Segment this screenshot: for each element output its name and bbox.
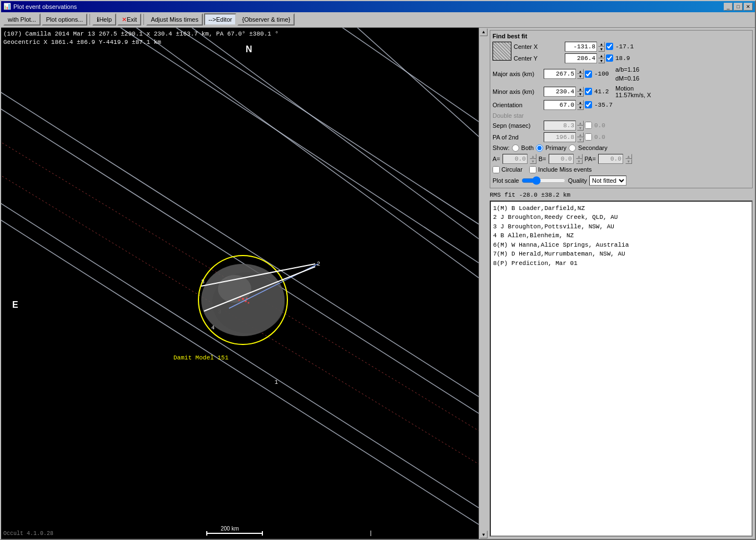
b-input[interactable] [549,154,574,164]
show-secondary-label: Secondary [578,144,608,151]
editor-button[interactable]: -->Editor [204,13,237,26]
center-x-row: Center X ▲ ▼ -17.1 [514,42,750,52]
obs-item-2: 2 J Broughton,Reedy Creek, QLD, AU [493,213,749,222]
svg-point-25 [248,302,250,303]
motion-section: Motion 11.57km/s, X [615,85,651,98]
major-axis-label: Major axis (km) [493,71,543,77]
quality-select[interactable]: Not fitted Good Fair Poor [589,176,626,186]
plot-svg: 2 3 4 8 1 [1,28,488,539]
include-miss-check-item: Include Miss events [529,166,592,173]
right-panel: Find best fit Center X ▲ ▼ [488,28,755,539]
minor-axis-offset: 41.2 [594,88,612,95]
b-up[interactable]: ▲ [576,154,583,159]
show-both-radio[interactable] [512,144,519,152]
sepn-checkbox[interactable] [585,122,592,129]
a-spinner: ▲ ▼ [530,154,536,164]
minimize-button[interactable]: _ [724,3,733,11]
minor-axis-up[interactable]: ▲ [577,87,584,92]
window-icon: 📊 [3,3,11,10]
sepn-up[interactable]: ▲ [577,121,584,126]
motion-label: Motion [615,85,651,92]
adjust-miss-times-button[interactable]: Adjust Miss times [146,13,203,26]
center-x-up[interactable]: ▲ [598,42,605,47]
pa-input[interactable] [598,154,623,164]
svg-point-26 [238,299,240,301]
sepn-down[interactable]: ▼ [577,126,584,131]
plot-area[interactable]: 2 3 4 8 1 [1,28,488,539]
help-button[interactable]: ℹ Help [92,13,116,26]
main-container: 2 3 4 8 1 [1,28,755,539]
circular-checkbox[interactable] [493,166,500,173]
major-axis-up[interactable]: ▲ [577,69,584,74]
center-y-checkbox[interactable] [606,54,613,62]
major-axis-input[interactable] [544,69,576,79]
center-x-input[interactable] [565,42,597,52]
observer-time-button[interactable]: {Observer & time} [237,13,295,26]
pa-label: PA= [585,156,596,162]
svg-text:1: 1 [275,379,278,386]
center-y-input[interactable] [565,53,597,63]
minor-axis-input[interactable] [544,87,576,97]
a-up[interactable]: ▲ [530,154,536,159]
orientation-checkbox[interactable] [585,101,592,108]
quality-label: Quality [568,177,587,184]
damit-label: Damit Model 151 [173,354,228,361]
a-down[interactable]: ▼ [530,159,536,164]
center-x-checkbox[interactable] [606,43,613,50]
plot-header-line1: (107) Camilla 2014 Mar 13 267.5 ±290.1 x… [3,30,278,38]
a-input[interactable] [503,154,528,164]
show-primary-radio[interactable] [536,144,543,152]
obs-item-5: 6(M) W Hanna,Alice Springs, Australia [493,241,749,250]
dm-value: dM=0.16 [615,74,639,83]
major-axis-checkbox[interactable] [585,71,592,78]
minor-axis-row: Minor axis (km) ▲ ▼ 41.2 Motion 11.57km/… [493,85,750,98]
include-miss-checkbox[interactable] [529,166,536,173]
double-star-title: Double star [493,112,750,119]
double-star-section: Double star Sepn (masec) ▲ ▼ 0.0 [493,112,750,142]
major-axis-down[interactable]: ▼ [577,74,584,79]
center-y-up[interactable]: ▲ [598,53,605,58]
show-secondary-radio[interactable] [569,144,576,152]
toolbar-separator-1 [89,14,90,25]
plot-scrollbar[interactable]: ▲ ▼ [479,28,488,539]
circular-label: Circular [501,166,523,173]
circular-check-item: Circular [493,166,523,173]
b-spinner: ▲ ▼ [576,154,583,164]
observations-list[interactable]: 1(M) B Loader,Darfield,NZ 2 J Broughton,… [490,201,753,537]
orientation-input[interactable] [544,100,576,110]
orientation-down[interactable]: ▼ [577,105,584,110]
center-y-spinner: ▲ ▼ [598,53,605,63]
minor-axis-down[interactable]: ▼ [577,92,584,97]
b-down[interactable]: ▼ [576,159,583,164]
minor-axis-checkbox[interactable] [585,88,592,95]
show-both-label: Both [521,144,534,151]
pa-of-2nd-input[interactable] [544,132,576,142]
with-plot-button[interactable]: with Plot... [3,13,41,26]
scrollbar-up-button[interactable]: ▲ [480,28,488,36]
center-x-down[interactable]: ▼ [598,47,605,52]
pa-of-2nd-up[interactable]: ▲ [577,132,584,137]
pa-of-2nd-down[interactable]: ▼ [577,137,584,142]
rms-text: RMS fit -28.0 ±38.2 km [490,192,570,198]
pa-of-2nd-checkbox[interactable] [585,133,592,141]
plot-scale-slider[interactable] [521,177,566,184]
b-label: B= [539,156,546,162]
texture-image [493,42,511,61]
center-y-offset: 18.9 [615,55,633,62]
pa-up[interactable]: ▲ [625,154,632,159]
orientation-up[interactable]: ▲ [577,100,584,105]
plot-options-button[interactable]: Plot options... [42,13,88,26]
center-y-down[interactable]: ▼ [598,58,605,63]
plot-scale-row: Plot scale Quality Not fitted Good Fair … [493,176,750,186]
minor-axis-spinner: ▲ ▼ [577,87,584,97]
sepn-input[interactable] [544,121,576,131]
toolbar: with Plot... Plot options... ℹ Help ✕ Ex… [1,12,755,28]
maximize-button[interactable]: □ [734,3,743,11]
pa-down[interactable]: ▼ [625,159,632,164]
scrollbar-down-button[interactable]: ▼ [480,531,488,538]
close-button[interactable]: ✕ [744,3,753,11]
exit-button[interactable]: ✕ Exit [117,13,141,26]
title-bar-left: 📊 Plot event observations [3,3,77,10]
orientation-label: Orientation [493,102,543,108]
plot-scale-section: Plot scale Quality Not fitted Good Fair … [493,176,750,186]
